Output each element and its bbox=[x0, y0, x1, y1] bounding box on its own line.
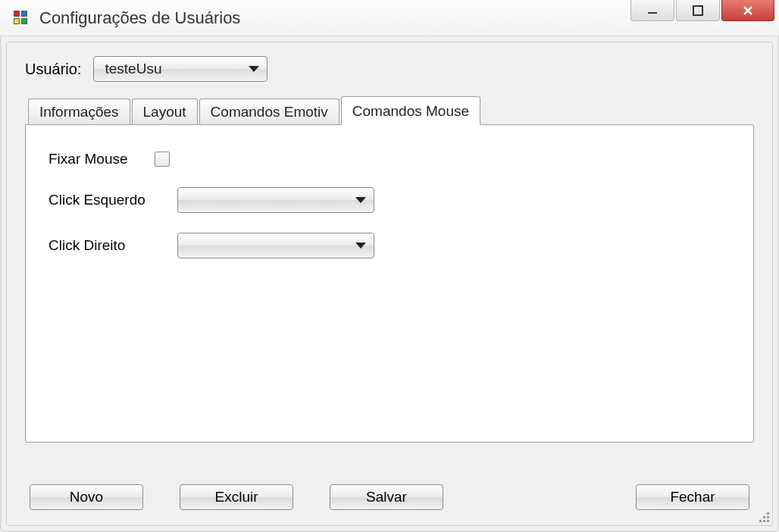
click-direito-label: Click Direito bbox=[48, 237, 177, 254]
title-bar: Configurações de Usuários bbox=[0, 0, 779, 36]
salvar-button[interactable]: Salvar bbox=[330, 484, 443, 510]
excluir-button[interactable]: Excluir bbox=[180, 484, 293, 510]
client-area: Usuário: testeUsu Informações Layout Com… bbox=[0, 36, 779, 532]
tab-label: Informações bbox=[39, 104, 119, 120]
button-label: Excluir bbox=[214, 489, 258, 505]
minimize-button[interactable] bbox=[630, 0, 674, 21]
tab-label: Comandos Emotiv bbox=[211, 104, 328, 120]
tab-informacoes[interactable]: Informações bbox=[28, 99, 130, 125]
user-combobox[interactable]: testeUsu bbox=[93, 56, 267, 82]
tab-layout[interactable]: Layout bbox=[132, 99, 198, 125]
close-button[interactable] bbox=[721, 0, 774, 21]
fechar-button[interactable]: Fechar bbox=[636, 484, 749, 510]
fixar-mouse-checkbox[interactable] bbox=[155, 152, 170, 167]
form-panel: Usuário: testeUsu Informações Layout Com… bbox=[6, 42, 773, 526]
chevron-down-icon bbox=[355, 197, 366, 203]
user-row: Usuário: testeUsu bbox=[25, 56, 754, 82]
user-label: Usuário: bbox=[25, 61, 81, 78]
click-esquerdo-label: Click Esquerdo bbox=[48, 192, 177, 208]
chevron-down-icon bbox=[249, 66, 259, 72]
click-esquerdo-combobox[interactable] bbox=[177, 187, 374, 213]
tab-comandos-emotiv[interactable]: Comandos Emotiv bbox=[199, 99, 339, 125]
button-label: Salvar bbox=[366, 489, 407, 505]
resize-grip[interactable] bbox=[756, 509, 769, 522]
chevron-down-icon bbox=[355, 243, 366, 249]
novo-button[interactable]: Novo bbox=[30, 484, 143, 510]
tab-strip: Informações Layout Comandos Emotiv Coman… bbox=[28, 95, 754, 124]
tab-label: Comandos Mouse bbox=[352, 103, 469, 119]
button-label: Novo bbox=[70, 489, 103, 505]
app-icon bbox=[14, 11, 29, 26]
row-click-esquerdo: Click Esquerdo bbox=[48, 187, 731, 213]
window-controls bbox=[630, 0, 774, 21]
click-direito-combobox[interactable] bbox=[177, 233, 374, 258]
row-fixar-mouse: Fixar Mouse bbox=[48, 151, 731, 167]
user-combobox-value: testeUsu bbox=[105, 61, 161, 77]
svg-rect-1 bbox=[693, 6, 702, 15]
button-label: Fechar bbox=[670, 489, 715, 505]
button-row: Novo Excluir Salvar Fechar bbox=[30, 484, 749, 510]
row-click-direito: Click Direito bbox=[48, 233, 731, 258]
fixar-mouse-label: Fixar Mouse bbox=[48, 151, 155, 167]
maximize-icon bbox=[691, 4, 705, 17]
close-icon bbox=[740, 4, 756, 17]
tab-page-comandos-mouse: Fixar Mouse Click Esquerdo Click Direito bbox=[25, 124, 754, 443]
window-title: Configurações de Usuários bbox=[39, 8, 240, 28]
tab-label: Layout bbox=[143, 104, 186, 120]
maximize-button[interactable] bbox=[676, 0, 720, 21]
tab-comandos-mouse[interactable]: Comandos Mouse bbox=[341, 96, 480, 125]
minimize-icon bbox=[646, 4, 659, 17]
